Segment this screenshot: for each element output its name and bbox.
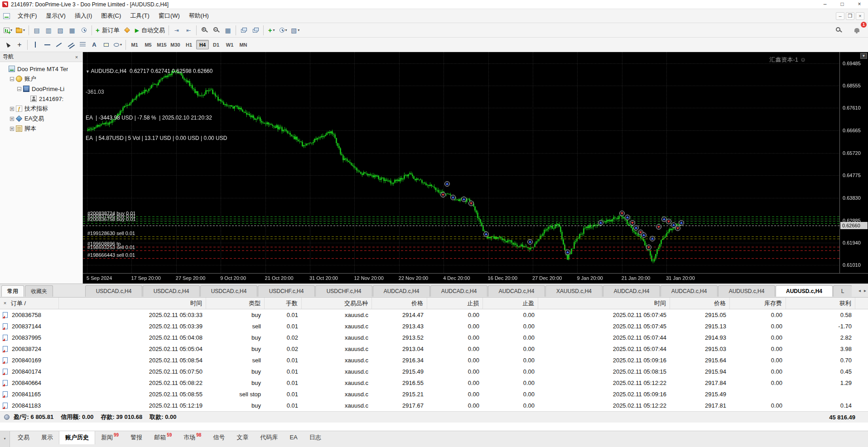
column-header-10[interactable]: 库存费 (730, 298, 786, 309)
history-row[interactable]: 2008411652025.02.11 05:08:55sell stop0.0… (0, 389, 868, 400)
chart-window[interactable]: ▼ AUDUSD.c,H4 0.62717 0.62741 0.62598 0.… (83, 52, 868, 284)
history-row[interactable]: 2008406642025.02.11 05:08:22buy0.01xauus… (0, 377, 868, 389)
terminal-tab-3[interactable]: 新闻99 (95, 431, 125, 444)
terminal-tab-4[interactable]: 警报 (125, 431, 148, 444)
timeframe-d1[interactable]: D1 (210, 40, 222, 49)
timeframe-mn[interactable]: MN (237, 40, 250, 49)
history-row[interactable]: 2008367582025.02.11 05:03:33buy0.01xauus… (0, 309, 868, 321)
column-header-2[interactable]: 类型 (206, 298, 265, 309)
terminal-button[interactable]: ▦ (66, 24, 78, 36)
chart-tab-2[interactable]: USDCAD.c,H4 (200, 285, 257, 297)
chart-tab-6[interactable]: AUDCAD.c,H4 (430, 285, 487, 297)
terminal-close-icon[interactable]: × (2, 300, 8, 307)
collapse-icon[interactable]: – (17, 87, 21, 91)
data-window-button[interactable]: ▥ (43, 24, 54, 36)
timeframe-h4[interactable]: H4 (196, 40, 209, 49)
timeframe-m15[interactable]: M15 (155, 40, 168, 49)
chart-tab-9[interactable]: AUDCAD.c,H4 (603, 285, 660, 297)
tab-scroll-left-icon[interactable]: ◂ (858, 288, 861, 293)
chart-tab-overflow[interactable]: L (833, 285, 852, 297)
navigator-tab-0[interactable]: 常用 (1, 285, 24, 297)
history-row[interactable]: 2008401692025.02.11 05:08:54sell0.01xauu… (0, 355, 868, 366)
navigator-tab-1[interactable]: 收藏夹 (25, 285, 53, 297)
column-header-6[interactable]: 止损 (427, 298, 483, 309)
menu-item-3[interactable]: 插入(I) (70, 9, 96, 23)
terminal-tab-6[interactable]: 市场98 (178, 431, 207, 444)
autotrading-button[interactable]: ▶自动交易 (133, 24, 167, 36)
profiles-button[interactable]: ▾ (14, 24, 27, 36)
column-header-4[interactable]: 交易品种 (302, 298, 372, 309)
tree-item-terminal[interactable]: Doo Prime MT4 Ter (0, 64, 82, 74)
expert-advisors-button[interactable] (121, 24, 133, 36)
chart-close-button[interactable]: × (856, 12, 864, 20)
cursor-button[interactable] (2, 39, 14, 51)
close-button[interactable]: × (851, 0, 868, 9)
tab-scroll-right-icon[interactable]: ▸ (864, 288, 866, 293)
history-row[interactable]: 2008371442025.02.11 05:03:39sell0.01xauu… (0, 321, 868, 332)
terminal-tab-8[interactable]: 文章 (231, 431, 254, 444)
menu-item-1[interactable]: 文件(F) (13, 9, 42, 23)
menu-item-4[interactable]: 图表(C) (96, 9, 125, 23)
tree-item-scripts[interactable]: +脚本 (0, 124, 82, 134)
new-chart-button[interactable]: ▾ (2, 24, 14, 36)
ohlc-collapse-icon[interactable]: ▼ (86, 69, 90, 74)
fibonacci-button[interactable] (77, 39, 88, 51)
chart-restore-button[interactable]: ❒ (846, 12, 854, 20)
tree-item-server[interactable]: –DooPrime-Li (0, 84, 82, 94)
collapse-icon[interactable]: – (10, 77, 14, 81)
column-header-11[interactable]: 获利 (786, 298, 855, 309)
new-order-button[interactable]: +新订单 (94, 24, 121, 36)
column-header-9[interactable]: 价格 (670, 298, 730, 309)
chart-tab-12[interactable]: AUDUSD.c,H4 (776, 285, 833, 297)
column-header-7[interactable]: 止盈 (483, 298, 538, 309)
templates-button[interactable]: ▧▾ (289, 24, 301, 36)
terminal-tab-11[interactable]: 日志 (304, 431, 327, 444)
menu-item-2[interactable]: 显示(V) (42, 9, 70, 23)
chart-document-icon[interactable] (3, 13, 10, 19)
terminal-tab-5[interactable]: 邮箱59 (148, 431, 178, 444)
price-axis[interactable]: 0.694850.685550.676100.666650.657200.647… (839, 52, 868, 273)
tile-windows-button[interactable]: ▦ (222, 24, 234, 36)
column-header-8[interactable]: 时间 (538, 298, 670, 309)
chart-tab-8[interactable]: XAUUSD.c,H4 (545, 285, 603, 297)
timeframe-m30[interactable]: M30 (169, 40, 182, 49)
chart-shift-button[interactable]: ⇥ (171, 24, 183, 36)
terminal-tab-2[interactable]: 账户历史 (59, 431, 95, 444)
expand-icon[interactable]: + (10, 117, 14, 121)
timeframe-m1[interactable]: M1 (128, 40, 141, 49)
timeframe-m5[interactable]: M5 (142, 40, 154, 49)
zoom-out-button[interactable]: − (210, 24, 222, 36)
crosshair-button[interactable]: + (14, 39, 25, 51)
chart-tab-11[interactable]: AUDUSD.c,H4 (718, 285, 775, 297)
arrange-windows-button[interactable] (238, 24, 250, 36)
column-header-1[interactable]: 时间 (59, 298, 206, 309)
tree-item-accounts[interactable]: –账户 (0, 74, 82, 84)
vertical-line-button[interactable] (29, 39, 41, 51)
strategy-tester-button[interactable] (78, 24, 90, 36)
maximize-button[interactable]: □ (834, 0, 851, 9)
chart-minimize-button[interactable]: – (836, 12, 844, 20)
expand-icon[interactable]: + (10, 107, 14, 111)
terminal-tab-0[interactable]: 交易 (12, 431, 35, 444)
channel-button[interactable] (65, 39, 77, 51)
chart-tab-1[interactable]: USDCAD.c,H4 (143, 285, 200, 297)
history-row[interactable]: 2008379952025.02.11 05:04:08buy0.02xauus… (0, 332, 868, 343)
navigator-button[interactable]: ▧ (54, 24, 66, 36)
date-axis[interactable]: 5 Sep 202417 Sep 20:0027 Sep 20:009 Oct … (83, 273, 868, 284)
notifications-button[interactable]: 1 (851, 24, 863, 36)
tree-item-login[interactable]: 2141697: (0, 94, 82, 104)
chart-tab-5[interactable]: AUDCAD.c,H4 (373, 285, 430, 297)
indicators-button[interactable]: +▾ (265, 24, 277, 36)
terminal-tab-1[interactable]: 展示 (35, 431, 59, 444)
chart-tab-4[interactable]: USDCHF.c,H4 (315, 285, 372, 297)
history-row[interactable]: 2008387242025.02.11 05:05:04buy0.02xauus… (0, 343, 868, 355)
text-button[interactable]: A (88, 39, 100, 51)
terminal-tab-10[interactable]: EA (284, 431, 303, 444)
column-header-3[interactable]: 手数 (265, 298, 302, 309)
timeframe-h1[interactable]: H1 (183, 40, 195, 49)
history-row[interactable]: 2008401742025.02.11 05:07:50buy0.01xauus… (0, 366, 868, 377)
chart-tab-7[interactable]: AUDCAD.c,H4 (488, 285, 545, 297)
auto-scroll-button[interactable]: ⇤ (183, 24, 194, 36)
expand-icon[interactable]: + (10, 127, 14, 131)
navigator-close-icon[interactable]: × (73, 54, 80, 60)
